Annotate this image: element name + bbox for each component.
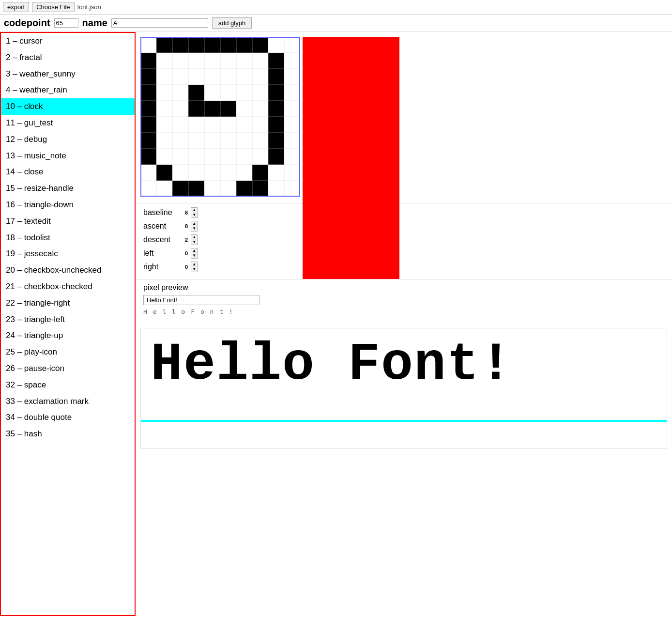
glyph-item[interactable]: 4 – weather_rain <box>1 82 135 98</box>
descent-label: descent <box>143 235 182 244</box>
glyph-item[interactable]: 15 – resize-handle <box>1 180 135 197</box>
glyph-item[interactable]: 24 – triangle-up <box>1 327 135 344</box>
ascent-up[interactable]: ▲ <box>191 221 197 226</box>
descent-up[interactable]: ▲ <box>191 235 197 240</box>
pixel-canvas[interactable] <box>140 37 300 197</box>
glyph-item[interactable]: 13 – music_note <box>1 148 135 164</box>
export-button[interactable]: export <box>3 2 29 12</box>
glyph-item[interactable]: 10 – clock <box>1 98 135 115</box>
glyph-item[interactable]: 26 – pause-icon <box>1 360 135 377</box>
baseline-up[interactable]: ▲ <box>191 208 197 213</box>
glyph-item[interactable]: 14 – close <box>1 164 135 180</box>
pixel-preview-title: pixel preview <box>143 283 664 292</box>
pixel-preview-small: H e l l o F o n t ! <box>143 308 664 315</box>
ascent-value: 8 <box>185 223 188 229</box>
descent-spinner[interactable]: ▲ ▼ <box>191 234 198 245</box>
glyph-item[interactable]: 19 – jessecalc <box>1 246 135 262</box>
glyph-item[interactable]: 22 – triangle-right <box>1 295 135 311</box>
properties-panel: baseline 8 ▲ ▼ ascent 8 ▲ ▼ descent 2 <box>136 203 672 279</box>
glyph-item[interactable]: 20 – checkbox-unchecked <box>1 262 135 278</box>
pixel-preview-input[interactable] <box>143 295 260 305</box>
left-down[interactable]: ▼ <box>191 253 197 258</box>
baseline-value: 8 <box>185 210 188 216</box>
right-down[interactable]: ▼ <box>191 267 197 272</box>
glyph-item[interactable]: 12 – debug <box>1 131 135 148</box>
glyph-item[interactable]: 21 – checkbox-checked <box>1 278 135 295</box>
glyph-item[interactable]: 17 – textedit <box>1 213 135 230</box>
descent-row: descent 2 ▲ ▼ <box>143 234 664 245</box>
red-preview <box>303 37 399 279</box>
right-panel: baseline 8 ▲ ▼ ascent 8 ▲ ▼ descent 2 <box>136 32 672 616</box>
baseline-down[interactable]: ▼ <box>191 213 197 217</box>
glyph-item[interactable]: 25 – play-icon <box>1 344 135 360</box>
glyph-item[interactable]: 3 – weather_sunny <box>1 66 135 82</box>
baseline-row: baseline 8 ▲ ▼ <box>143 207 664 218</box>
right-value: 0 <box>185 264 188 270</box>
left-spinner[interactable]: ▲ ▼ <box>191 248 198 259</box>
descent-down[interactable]: ▼ <box>191 240 197 245</box>
glyph-item[interactable]: 34 – double quote <box>1 409 135 426</box>
glyph-sidebar: 1 – cursor2 – fractal3 – weather_sunny4 … <box>0 32 136 616</box>
baseline-label: baseline <box>143 208 182 217</box>
large-preview-text: Hello Font! <box>151 338 657 391</box>
left-value: 0 <box>185 250 188 256</box>
toolbar: export Choose File font.json <box>0 0 672 15</box>
glyph-item[interactable]: 18 – todolist <box>1 230 135 246</box>
canvas-area <box>136 32 672 203</box>
glyph-item[interactable]: 16 – triangle-down <box>1 197 135 213</box>
main-layout: 1 – cursor2 – fractal3 – weather_sunny4 … <box>0 32 672 616</box>
ascent-label: ascent <box>143 222 182 231</box>
large-preview-area: Hello Font! <box>140 328 667 449</box>
glyph-item[interactable]: 23 – triangle-left <box>1 311 135 328</box>
add-glyph-button[interactable]: add glyph <box>212 17 252 29</box>
glyph-item[interactable]: 35 – hash <box>1 426 135 442</box>
ascent-down[interactable]: ▼ <box>191 226 197 231</box>
left-label: left <box>143 249 182 258</box>
glyph-item[interactable]: 11 – gui_test <box>1 115 135 131</box>
pixel-preview-section: pixel preview H e l l o F o n t ! <box>136 279 672 323</box>
left-up[interactable]: ▲ <box>191 248 197 253</box>
left-row: left 0 ▲ ▼ <box>143 248 664 259</box>
name-input[interactable] <box>111 18 208 28</box>
right-row: right 0 ▲ ▼ <box>143 262 664 272</box>
glyph-item[interactable]: 32 – space <box>1 377 135 393</box>
descent-value: 2 <box>185 237 188 243</box>
glyph-item[interactable]: 2 – fractal <box>1 49 135 66</box>
baseline-spinner[interactable]: ▲ ▼ <box>191 207 198 218</box>
choose-file-button[interactable]: Choose File <box>32 2 74 12</box>
name-label: name <box>82 17 107 29</box>
baseline-indicator-line <box>141 420 667 422</box>
glyph-item[interactable]: 1 – cursor <box>1 33 135 49</box>
codepoint-label: codepoint <box>4 17 50 29</box>
glyph-item[interactable]: 33 – exclamation mark <box>1 393 135 410</box>
filename-label: font.json <box>77 3 101 11</box>
codepoint-row: codepoint name add glyph <box>0 15 672 32</box>
ascent-row: ascent 8 ▲ ▼ <box>143 221 664 232</box>
right-up[interactable]: ▲ <box>191 262 197 267</box>
right-spinner[interactable]: ▲ ▼ <box>191 262 198 272</box>
glyph-display <box>140 37 300 197</box>
codepoint-input[interactable] <box>54 18 78 28</box>
ascent-spinner[interactable]: ▲ ▼ <box>191 221 198 232</box>
right-label: right <box>143 263 182 271</box>
